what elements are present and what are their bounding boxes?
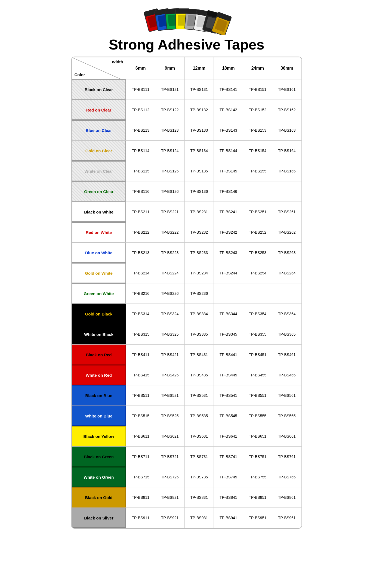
table-row: Black on SilverTP-BS911TP-BS921TP-BS931T… xyxy=(72,508,301,528)
color-cell-6: Black on White xyxy=(72,202,126,222)
table-row: Blue on ClearTP-BS113TP-BS123TP-BS133TP-… xyxy=(72,120,301,141)
width-9mm: 9mm xyxy=(155,57,185,79)
table-row: Gold on ClearTP-BS114TP-BS124TP-BS134TP-… xyxy=(72,141,301,161)
code-cell: TP-BS335 xyxy=(184,324,214,345)
code-cell: TP-BS223 xyxy=(155,243,185,263)
color-label-box: Black on Yellow xyxy=(72,426,126,446)
color-label-box: White on Clear xyxy=(72,161,126,181)
table-row: White on BlueTP-BS515TP-BS525TP-BS535TP-… xyxy=(72,406,301,426)
header-corner: Width Color xyxy=(72,57,126,79)
code-cell: TP-BS931 xyxy=(184,508,214,528)
color-label-box: Gold on Clear xyxy=(72,141,126,161)
code-cell: TP-BS214 xyxy=(126,263,155,283)
code-cell: TP-BS115 xyxy=(126,161,155,181)
code-cell: TP-BS243 xyxy=(214,243,243,263)
color-cell-8: Blue on White xyxy=(72,243,126,263)
code-cell: TP-BS123 xyxy=(155,120,185,141)
table-row: Red on ClearTP-BS112TP-BS122TP-BS132TP-B… xyxy=(72,100,301,120)
code-cell: TP-BS126 xyxy=(155,181,185,202)
code-cell: TP-BS233 xyxy=(184,243,214,263)
color-label-box: Blue on White xyxy=(72,243,126,263)
color-label-box: White on Red xyxy=(72,365,126,385)
code-cell: TP-BS541 xyxy=(214,385,243,406)
code-cell: TP-BS745 xyxy=(214,467,243,487)
code-cell: TP-BS535 xyxy=(184,406,214,426)
code-cell: TP-BS841 xyxy=(214,487,243,508)
code-cell: TP-BS861 xyxy=(272,487,302,508)
width-18mm: 18mm xyxy=(214,57,243,79)
table-row: Black on GreenTP-BS711TP-BS721TP-BS731TP… xyxy=(72,447,301,467)
table-row: Gold on BlackTP-BS314TP-BS324TP-BS334TP-… xyxy=(72,304,301,324)
code-cell: TP-BS455 xyxy=(243,365,272,385)
code-cell: TP-BS263 xyxy=(272,243,302,263)
code-cell: TP-BS441 xyxy=(214,345,243,365)
code-cell: TP-BS651 xyxy=(243,426,272,447)
table-row: White on GreenTP-BS715TP-BS725TP-BS735TP… xyxy=(72,467,301,487)
main-table-wrapper: Width Color 6mm 9mm 12mm 18mm 24mm 36mm … xyxy=(71,57,302,529)
code-cell: TP-BS221 xyxy=(155,202,185,222)
table-row: White on RedTP-BS415TP-BS425TP-BS435TP-B… xyxy=(72,365,301,385)
code-cell: TP-BS445 xyxy=(214,365,243,385)
code-cell: TP-BS364 xyxy=(272,304,302,324)
code-cell: TP-BS555 xyxy=(243,406,272,426)
color-cell-13: Black on Red xyxy=(72,345,126,365)
code-cell: TP-BS236 xyxy=(184,283,214,304)
table-row: White on ClearTP-BS115TP-BS125TP-BS135TP… xyxy=(72,161,301,181)
color-label-box: Black on Clear xyxy=(72,79,126,100)
code-cell: TP-BS641 xyxy=(214,426,243,447)
code-cell: TP-BS421 xyxy=(155,345,185,365)
code-cell: TP-BS213 xyxy=(126,243,155,263)
code-cell: TP-BS314 xyxy=(126,304,155,324)
code-cell: TP-BS431 xyxy=(184,345,214,365)
code-cell: TP-BS133 xyxy=(184,120,214,141)
code-cell: TP-BS344 xyxy=(214,304,243,324)
code-cell: TP-BS711 xyxy=(126,447,155,467)
code-cell: TP-BS145 xyxy=(214,161,243,181)
code-cell: TP-BS851 xyxy=(243,487,272,508)
code-cell: TP-BS751 xyxy=(243,447,272,467)
color-cell-3: Gold on Clear xyxy=(72,141,126,161)
table-row: Black on ClearTP-BS111TP-BS121TP-BS131TP… xyxy=(72,79,301,100)
code-cell: TP-BS345 xyxy=(214,324,243,345)
color-cell-17: Black on Yellow xyxy=(72,426,126,447)
code-cell: TP-BS545 xyxy=(214,406,243,426)
table-row: Black on YellowTP-BS611TP-BS621TP-BS631T… xyxy=(72,426,301,447)
code-cell: TP-BS735 xyxy=(184,467,214,487)
code-cell: TP-BS216 xyxy=(126,283,155,304)
code-cell: TP-BS251 xyxy=(243,202,272,222)
table-row: Blue on WhiteTP-BS213TP-BS223TP-BS233TP-… xyxy=(72,243,301,263)
color-cell-21: Black on Silver xyxy=(72,508,126,528)
code-cell: TP-BS715 xyxy=(126,467,155,487)
table-body: Black on ClearTP-BS111TP-BS121TP-BS131TP… xyxy=(72,79,301,528)
code-cell: TP-BS231 xyxy=(184,202,214,222)
code-cell: TP-BS111 xyxy=(126,79,155,100)
code-cell: TP-BS135 xyxy=(184,161,214,181)
code-cell xyxy=(243,283,272,304)
code-cell: TP-BS511 xyxy=(126,385,155,406)
code-cell: TP-BS211 xyxy=(126,202,155,222)
code-cell: TP-BS141 xyxy=(214,79,243,100)
color-cell-5: Green on Clear xyxy=(72,181,126,202)
code-cell: TP-BS125 xyxy=(155,161,185,181)
color-label-box: Gold on Black xyxy=(72,304,126,324)
code-cell: TP-BS831 xyxy=(184,487,214,508)
code-cell xyxy=(272,181,302,202)
color-cell-1: Red on Clear xyxy=(72,100,126,120)
code-cell xyxy=(243,181,272,202)
color-label-box: Black on Red xyxy=(72,345,126,365)
code-cell: TP-BS114 xyxy=(126,141,155,161)
width-24mm: 24mm xyxy=(243,57,272,79)
code-cell: TP-BS254 xyxy=(243,263,272,283)
code-cell: TP-BS262 xyxy=(272,222,302,243)
width-6mm: 6mm xyxy=(126,57,155,79)
color-cell-12: White on Black xyxy=(72,324,126,345)
color-cell-9: Gold on White xyxy=(72,263,126,283)
code-cell: TP-BS611 xyxy=(126,426,155,447)
code-cell: TP-BS731 xyxy=(184,447,214,467)
code-cell: TP-BS132 xyxy=(184,100,214,120)
code-cell: TP-BS741 xyxy=(214,447,243,467)
color-label-box: Red on White xyxy=(72,222,126,242)
table-row: Green on WhiteTP-BS216TP-BS226TP-BS236 xyxy=(72,283,301,304)
code-cell: TP-BS163 xyxy=(272,120,302,141)
code-cell: TP-BS146 xyxy=(214,181,243,202)
